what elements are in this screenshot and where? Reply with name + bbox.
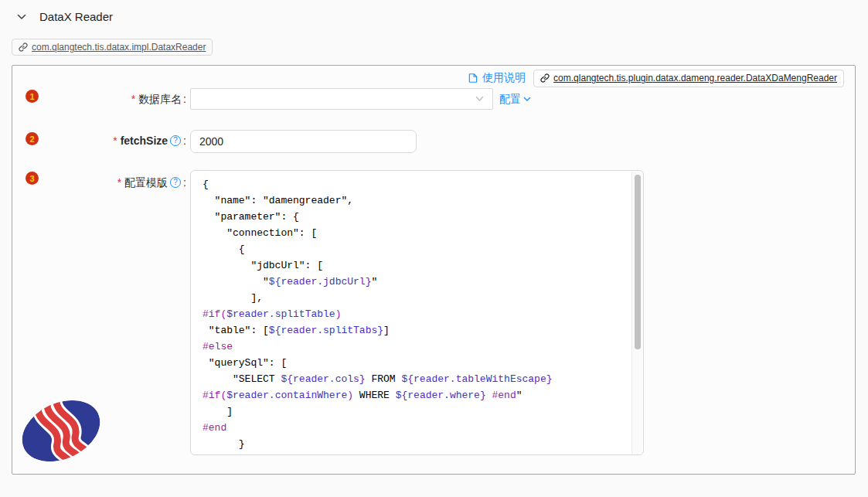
card-top-right: 使用说明 com.qlangtech.tis.plugin.datax.dame… bbox=[468, 69, 844, 87]
usage-doc-label: 使用说明 bbox=[482, 71, 526, 85]
usage-doc-link[interactable]: 使用说明 bbox=[468, 71, 526, 85]
fetchsize-input[interactable] bbox=[190, 130, 417, 153]
help-icon[interactable]: ? bbox=[170, 135, 181, 146]
code-content: { "name": "damengreader", "parameter": {… bbox=[191, 171, 643, 452]
link-icon bbox=[19, 43, 28, 52]
field-number-badge-2: 2 bbox=[26, 132, 39, 145]
impl-plugin-tag[interactable]: com.qlangtech.tis.plugin.datax.dameng.re… bbox=[533, 70, 844, 87]
field-label-text: 数据库名 bbox=[138, 91, 182, 107]
label-colon: : bbox=[183, 133, 186, 148]
database-name-label: * 数据库名 : bbox=[47, 91, 186, 107]
required-asterisk: * bbox=[113, 133, 117, 148]
dameng-logo bbox=[18, 395, 104, 467]
field-label-text: fetchSize bbox=[121, 133, 168, 148]
fetchsize-label: * fetchSize ? : bbox=[47, 133, 186, 148]
config-template-editor[interactable]: { "name": "damengreader", "parameter": {… bbox=[190, 170, 644, 455]
field-number-badge-3: 3 bbox=[26, 172, 39, 185]
label-colon: : bbox=[183, 91, 186, 107]
field-label-text: 配置模版 bbox=[124, 175, 168, 190]
help-icon[interactable]: ? bbox=[170, 177, 181, 188]
database-name-select[interactable] bbox=[190, 88, 493, 110]
config-dropdown-link[interactable]: 配置 bbox=[499, 91, 531, 107]
label-colon: : bbox=[183, 175, 186, 190]
impl-plugin-link[interactable]: com.qlangtech.tis.plugin.datax.dameng.re… bbox=[553, 73, 837, 83]
panel-header: DataX Reader bbox=[17, 10, 113, 23]
plugin-config-screen: DataX Reader com.qlangtech.tis.datax.imp… bbox=[0, 0, 868, 497]
editor-scrollbar[interactable] bbox=[631, 172, 642, 454]
panel-title: DataX Reader bbox=[39, 10, 113, 23]
config-template-label: * 配置模版 ? : bbox=[47, 175, 186, 190]
field-number-badge-1: 1 bbox=[26, 90, 39, 103]
required-asterisk: * bbox=[131, 91, 135, 107]
required-asterisk: * bbox=[117, 175, 121, 190]
chevron-down-icon bbox=[523, 97, 531, 102]
config-link-label: 配置 bbox=[499, 91, 521, 107]
base-plugin-tag[interactable]: com.qlangtech.tis.datax.impl.DataxReader bbox=[12, 39, 213, 56]
editor-scrollbar-thumb[interactable] bbox=[635, 175, 641, 349]
plugin-form-card: 使用说明 com.qlangtech.tis.plugin.datax.dame… bbox=[12, 65, 856, 475]
link-icon bbox=[540, 73, 550, 83]
chevron-down-icon bbox=[475, 96, 484, 102]
document-icon bbox=[468, 73, 478, 83]
collapse-chevron-icon[interactable] bbox=[17, 14, 26, 20]
base-plugin-link[interactable]: com.qlangtech.tis.datax.impl.DataxReader bbox=[32, 42, 206, 53]
